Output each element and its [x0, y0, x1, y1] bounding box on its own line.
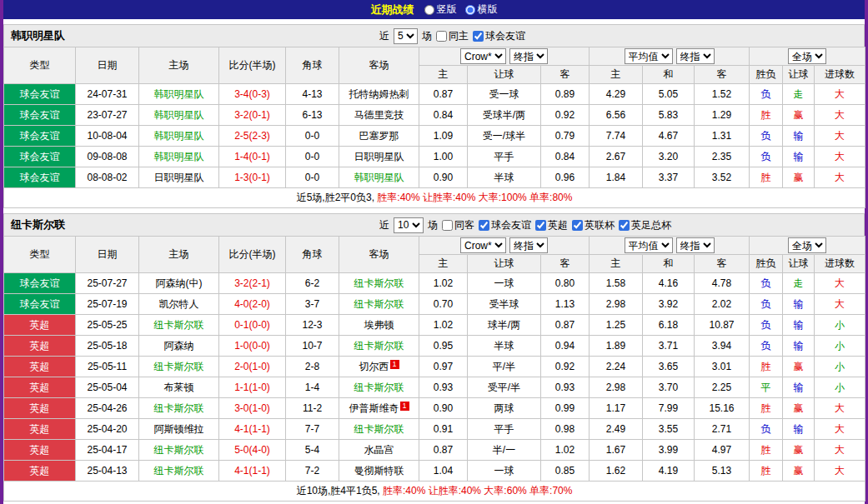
league-cell[interactable]: 英超: [4, 419, 76, 440]
col-header: 主场: [139, 47, 219, 84]
league-cell[interactable]: 英超: [4, 377, 76, 398]
home-team-link[interactable]: 阿森纳: [164, 340, 194, 352]
goals-cell: 大: [815, 167, 865, 188]
home-team-link[interactable]: 韩职明星队: [154, 88, 204, 100]
away-team-link[interactable]: 日职明星队: [354, 151, 404, 162]
col-subheader: 主: [590, 255, 643, 273]
filter-checkbox-input[interactable]: [479, 220, 489, 231]
avg-away-cell: 2.35: [695, 147, 750, 167]
avg-stage-select[interactable]: 终指: [676, 237, 715, 253]
filter-checkbox-同客[interactable]: 同客: [442, 218, 474, 232]
result-scope-select[interactable]: 全场: [788, 237, 826, 253]
avg-away-cell: 2.02: [695, 294, 750, 315]
avg-source-select[interactable]: 平均值: [625, 48, 673, 64]
filter-checkbox-英联杯[interactable]: 英联杯: [572, 218, 615, 232]
home-team-link[interactable]: 阿斯顿维拉: [154, 423, 204, 435]
away-team-link[interactable]: 纽卡斯尔联: [354, 298, 404, 310]
league-cell[interactable]: 英超: [4, 398, 76, 419]
home-team-link[interactable]: 纽卡斯尔联: [154, 444, 204, 456]
away-team-link[interactable]: 纽卡斯尔联: [354, 382, 404, 393]
away-team-link[interactable]: 托特纳姆热刺: [349, 88, 409, 100]
col-subheader: 胜负: [750, 255, 783, 273]
league-cell[interactable]: 英超: [4, 315, 76, 336]
league-cell[interactable]: 球会友谊: [4, 147, 76, 167]
filter-checkbox-英超[interactable]: 英超: [535, 218, 568, 232]
odds-stage-select[interactable]: 终指: [509, 48, 548, 64]
odds-stage-select[interactable]: 终指: [509, 237, 548, 253]
recent-label: 近: [379, 29, 389, 43]
league-cell[interactable]: 英超: [4, 440, 76, 461]
away-team-link[interactable]: 纽卡斯尔联: [354, 340, 404, 352]
view-option-0[interactable]: 竖版: [424, 2, 457, 17]
league-cell[interactable]: 球会友谊: [4, 294, 76, 315]
handicap-cell: 两球: [468, 398, 541, 419]
league-cell[interactable]: 英超: [4, 357, 76, 377]
home-team-link[interactable]: 布莱顿: [164, 382, 194, 393]
filter-checkbox-input[interactable]: [572, 220, 583, 231]
home-team-link[interactable]: 韩职明星队: [154, 109, 204, 121]
filter-checkbox-input[interactable]: [619, 220, 630, 231]
away-team-link[interactable]: 巴塞罗那: [359, 130, 399, 142]
league-cell[interactable]: 英超: [4, 461, 76, 482]
odds-source-select[interactable]: Crow*: [460, 48, 506, 64]
filter-checkbox-球会友谊[interactable]: 球会友谊: [479, 218, 531, 232]
home-team-link[interactable]: 阿森纳(中): [156, 277, 203, 289]
away-team-link[interactable]: 韩职明星队: [354, 172, 404, 183]
avg-draw-cell: 5.83: [643, 105, 695, 126]
league-cell[interactable]: 球会友谊: [4, 84, 76, 105]
away-team-link[interactable]: 纽卡斯尔联: [354, 423, 404, 435]
league-cell[interactable]: 球会友谊: [4, 167, 76, 188]
home-team-link[interactable]: 日职明星队: [154, 172, 204, 183]
recent-count-select[interactable]: 10: [394, 217, 424, 233]
result-cell: 负: [750, 273, 783, 294]
handicap-result-cell: 输: [783, 147, 815, 167]
league-cell[interactable]: 球会友谊: [4, 126, 76, 147]
away-team-link[interactable]: 马德里竞技: [354, 109, 404, 121]
handicap-cell: 半球: [468, 336, 541, 357]
avg-draw-cell: 3.37: [643, 167, 695, 188]
home-team-link[interactable]: 凯尔特人: [159, 298, 199, 310]
view-mode-radio[interactable]: [424, 5, 434, 15]
col-header: 类型: [4, 47, 76, 84]
avg-away-cell: 1.31: [695, 126, 750, 147]
result-cell: 平: [750, 377, 783, 398]
filter-checkbox-英足总杯[interactable]: 英足总杯: [619, 218, 671, 232]
goals-cell: 小: [815, 357, 865, 377]
away-team-link[interactable]: 埃弗顿: [364, 319, 394, 331]
view-option-1[interactable]: 横版: [465, 2, 498, 17]
league-cell[interactable]: 英超: [4, 336, 76, 357]
home-team-link[interactable]: 纽卡斯尔联: [154, 319, 204, 331]
handicap-cell: 一球: [468, 273, 541, 294]
home-team-link[interactable]: 韩职明星队: [154, 130, 204, 142]
away-team-link[interactable]: 伊普斯维奇: [349, 402, 399, 414]
home-team-link[interactable]: 韩职明星队: [154, 151, 204, 162]
result-scope-select[interactable]: 全场: [788, 48, 826, 64]
league-cell[interactable]: 球会友谊: [4, 105, 76, 126]
odds-away-cell: 0.79: [541, 126, 590, 147]
home-team-link[interactable]: 纽卡斯尔联: [154, 402, 204, 414]
recent-count-select[interactable]: 5: [394, 28, 418, 44]
home-team-link[interactable]: 纽卡斯尔联: [154, 465, 204, 477]
result-cell: 负: [750, 147, 783, 167]
away-team-link[interactable]: 曼彻斯特联: [354, 465, 404, 477]
filter-checkbox-input[interactable]: [436, 31, 447, 42]
table-header-row-1: 类型日期主场比分(半场)角球客场Crow*终指平均值终指全场: [4, 237, 865, 255]
odds-home-cell: 0.84: [419, 105, 468, 126]
away-team-link[interactable]: 水晶宫: [364, 444, 394, 456]
view-mode-radio[interactable]: [465, 5, 475, 15]
avg-stage-select[interactable]: 终指: [676, 48, 715, 64]
odds-source-select[interactable]: Crow*: [460, 237, 506, 253]
filter-checkbox-input[interactable]: [535, 220, 546, 231]
away-team-link[interactable]: 切尔西: [359, 361, 389, 372]
odds-away-cell: 0.99: [541, 398, 590, 419]
away-team-link[interactable]: 纽卡斯尔联: [354, 277, 404, 289]
filter-checkbox-球会友谊[interactable]: 球会友谊: [473, 29, 525, 43]
home-team-link[interactable]: 纽卡斯尔联: [154, 361, 204, 372]
filter-checkbox-同主[interactable]: 同主: [436, 29, 469, 43]
col-subheader: 客: [541, 255, 590, 273]
avg-source-select[interactable]: 平均值: [625, 237, 673, 253]
filter-checkbox-input[interactable]: [473, 31, 484, 42]
filter-checkbox-input[interactable]: [442, 220, 453, 231]
home-team-cell: 阿森纳: [139, 336, 219, 357]
league-cell[interactable]: 球会友谊: [4, 273, 76, 294]
